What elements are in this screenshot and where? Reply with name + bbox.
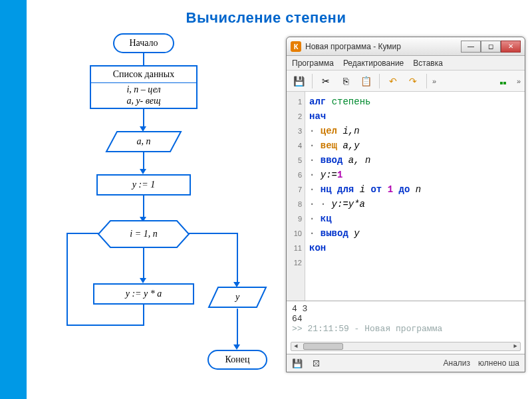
flow-body: y := y * a [93, 283, 194, 305]
console[interactable]: 4 3 64 >> 21:11:59 - Новая программа ◄ ► [287, 301, 525, 354]
undo-icon[interactable]: ↶ [385, 73, 401, 89]
cut-icon[interactable]: ✂ [318, 73, 334, 89]
flow-init: y := 1 [96, 174, 191, 196]
minimize-button[interactable]: — [461, 41, 481, 53]
line-gutter: 123456789101112 [287, 92, 305, 301]
flow-data-header: Список данных [90, 65, 198, 82]
status-save-icon[interactable]: 💾 [292, 358, 303, 368]
menu-program[interactable]: Программа [292, 59, 334, 68]
flowchart: Начало Список данных i, n – цел a, y- ве… [40, 33, 259, 392]
console-input: 4 3 [292, 304, 519, 314]
page-title: Вычисление степени [0, 9, 532, 27]
run-icon[interactable] [497, 73, 513, 89]
slide-accent-stripe [0, 0, 27, 399]
maximize-button[interactable]: ◻ [481, 41, 501, 53]
paste-icon[interactable]: 📋 [358, 73, 374, 89]
flow-data-types: i, n – цел a, y- вещ [90, 82, 198, 109]
statusbar: 💾 ⛝ Анализ юлнено ша [287, 354, 525, 372]
flow-data-line1: i, n – цел [126, 84, 160, 95]
flow-output: y [209, 287, 266, 307]
flow-input: a, n [106, 132, 181, 152]
code-editor[interactable]: 123456789101112 алг степень нач · цел i,… [287, 92, 525, 301]
menubar: Программа Редактирование Вставка [287, 56, 525, 70]
menu-edit[interactable]: Редактирование [343, 59, 404, 68]
scroll-thumb[interactable] [303, 343, 343, 350]
menu-insert[interactable]: Вставка [413, 59, 443, 68]
save-icon[interactable]: 💾 [291, 73, 307, 89]
status-analysis[interactable]: Анализ [444, 358, 471, 368]
status-close-icon[interactable]: ⛝ [311, 358, 321, 368]
code-area[interactable]: алг степень нач · цел i,n · вещ a,y · вв… [305, 92, 425, 301]
redo-icon[interactable]: ↷ [405, 73, 421, 89]
toolbar-more-left[interactable]: » [432, 77, 436, 85]
flow-data-line2: a, y- вещ [126, 96, 160, 106]
window-title: Новая программа - Кумир [305, 42, 457, 51]
toolbar-more-right[interactable]: » [517, 77, 521, 85]
copy-icon[interactable]: ⎘ [338, 73, 354, 89]
app-icon: К [291, 41, 301, 52]
status-done: юлнено ша [478, 358, 519, 368]
console-log: >> 21:11:59 - Новая программа [292, 324, 519, 334]
horizontal-scrollbar[interactable]: ◄ ► [291, 342, 521, 351]
scroll-left-icon[interactable]: ◄ [291, 342, 301, 350]
flow-start: Начало [113, 33, 174, 53]
flow-loop: i = 1, n [98, 221, 189, 247]
close-button[interactable]: ✕ [501, 41, 521, 53]
toolbar: 💾 ✂ ⎘ 📋 ↶ ↷ » » [287, 70, 525, 92]
flow-end: Конец [207, 350, 267, 370]
titlebar[interactable]: К Новая программа - Кумир — ◻ ✕ [287, 37, 525, 56]
console-output: 64 [292, 314, 519, 324]
scroll-right-icon[interactable]: ► [511, 342, 520, 350]
kumir-window: К Новая программа - Кумир — ◻ ✕ Программ… [286, 37, 525, 372]
